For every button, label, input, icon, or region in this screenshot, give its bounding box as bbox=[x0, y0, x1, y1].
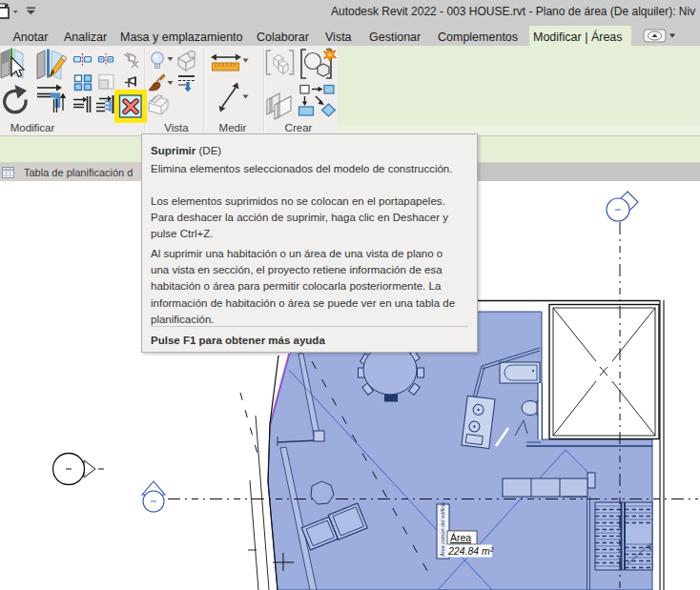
svg-text:224.84 m²: 224.84 m² bbox=[447, 545, 494, 557]
svg-text:Área: Área bbox=[450, 532, 471, 543]
svg-text:Área común del edificio: Área común del edificio bbox=[440, 502, 445, 558]
